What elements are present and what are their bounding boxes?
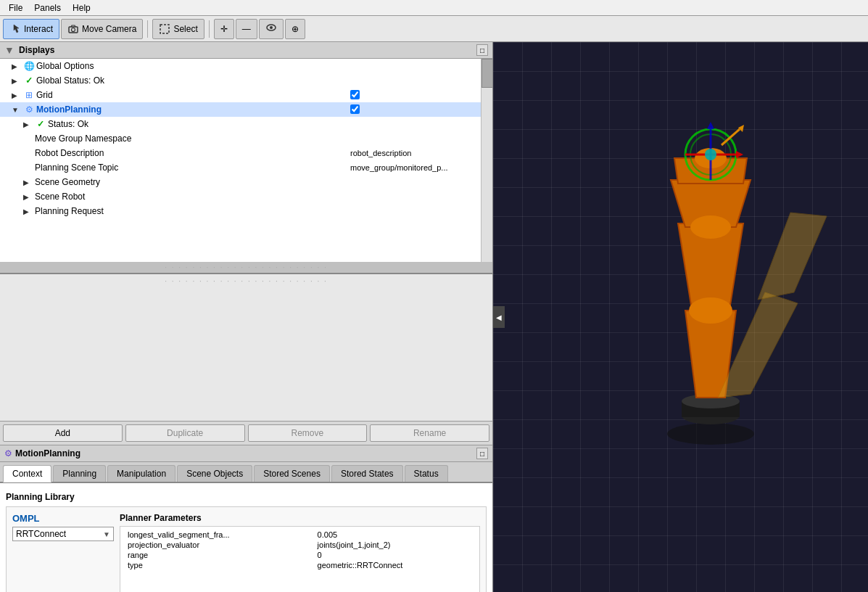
tabs-bar: Context Planning Manipulation Scene Obje…	[0, 462, 492, 483]
label: Status: Ok	[48, 119, 350, 129]
motion-planning-checkbox[interactable]	[350, 104, 360, 114]
displays-header: ▼ Displays □	[0, 42, 492, 59]
add-button[interactable]: Add	[3, 424, 123, 442]
ompl-label: OMPL	[12, 513, 114, 524]
robot-container	[537, 78, 841, 441]
tab-stored-scenes[interactable]: Stored Scenes	[254, 465, 330, 482]
tab-stored-states[interactable]: Stored States	[331, 465, 403, 482]
arrow: ▶	[23, 193, 35, 201]
label: Robot Description	[35, 148, 350, 158]
displays-tree: ▶ 🌐 Global Options ▶ ✓	[0, 59, 481, 262]
select-label: Select	[173, 24, 197, 34]
tree-item-global-status[interactable]: ▶ ✓ Global Status: Ok	[0, 73, 481, 88]
svg-point-1	[72, 28, 75, 31]
label: Grid	[36, 90, 350, 100]
select-button[interactable]: Select	[152, 19, 204, 39]
arrow: ▶	[23, 207, 35, 215]
move-camera-button[interactable]: Move Camera	[61, 19, 143, 39]
arrow: ▶	[12, 91, 23, 99]
value: robot_description	[350, 149, 481, 157]
viewport-panel[interactable]: ◀	[493, 42, 868, 592]
param-key-3: type	[125, 560, 315, 570]
params-box: longest_valid_segment_fra... 0.005 proje…	[120, 526, 480, 592]
dropdown-arrow: ▼	[103, 530, 110, 538]
extra-icon-button[interactable]: ⊕	[285, 19, 305, 39]
move-icon-button[interactable]: ✛	[214, 19, 234, 39]
param-row-1: projection_evaluator joints(joint_1,join…	[125, 540, 475, 550]
extra-divider: · · · · · · · · · · · · · · · · · · · · …	[0, 274, 492, 287]
extra-panel: · · · · · · · · · · · · · · · · · · · · …	[0, 274, 492, 422]
toolbar-separator	[147, 20, 148, 38]
tree-item-status[interactable]: ▶ ✓ Status: Ok	[0, 117, 481, 131]
menu-panels[interactable]: Panels	[28, 1, 67, 15]
menu-help[interactable]: Help	[67, 1, 96, 15]
arrow	[23, 135, 35, 143]
tree-item-scene-robot[interactable]: ▶ Scene Robot	[0, 189, 481, 204]
remove-button[interactable]: Remove	[248, 424, 368, 442]
value	[350, 90, 481, 101]
motion-panel-icon: ⚙	[4, 448, 12, 459]
menu-bar: File Panels Help	[0, 0, 868, 16]
divider-dots: · · · · · · · · · · · · · · · · · · · · …	[0, 262, 492, 273]
param-row-3: type geometric::RRTConnect	[125, 560, 475, 570]
collapse-viewport-btn[interactable]: ◀	[493, 306, 505, 328]
svg-point-5	[667, 423, 754, 445]
arrow: ▼	[12, 106, 23, 114]
interact-button[interactable]: Interact	[3, 19, 59, 39]
grid-icon: ⊞	[23, 89, 35, 101]
motion-icon: ⚙	[23, 104, 35, 115]
tree-item-global-options[interactable]: ▶ 🌐 Global Options	[0, 59, 481, 73]
eye-icon-button[interactable]	[259, 19, 284, 39]
motion-panel-title: MotionPlanning	[15, 448, 80, 459]
tree-item-motion-planning[interactable]: ▼ ⚙ MotionPlanning	[0, 102, 481, 117]
label: Move Group Namespace	[35, 133, 350, 144]
value: move_group/monitored_p...	[350, 163, 481, 172]
move-camera-label: Move Camera	[82, 24, 136, 34]
select-icon	[159, 23, 170, 35]
checkmark-icon: ✓	[23, 75, 35, 86]
label: Planning Scene Topic	[35, 163, 350, 173]
tab-planning[interactable]: Planning	[53, 465, 106, 482]
planner-dropdown[interactable]: RRTConnect ▼	[12, 527, 114, 541]
menu-file[interactable]: File	[3, 1, 28, 15]
tree-item-planning-scene-topic[interactable]: Planning Scene Topic move_group/monitore…	[0, 160, 481, 175]
displays-scrollbar[interactable]	[481, 59, 492, 262]
planner-params: Planner Parameters longest_valid_segment…	[120, 513, 480, 592]
move-icon: ✛	[220, 24, 228, 34]
motion-panel: ⚙ MotionPlanning □ Context Planning Mani…	[0, 445, 492, 592]
displays-collapse-arrow[interactable]: ▼	[4, 44, 16, 56]
param-row-2: range 0	[125, 550, 475, 560]
rename-button[interactable]: Rename	[370, 424, 489, 442]
tab-scene-objects[interactable]: Scene Objects	[177, 465, 252, 482]
svg-point-15	[690, 215, 731, 239]
tab-status[interactable]: Status	[405, 465, 448, 482]
toolbar: Interact Move Camera Select ✛ —	[0, 16, 868, 42]
interact-label: Interact	[24, 24, 53, 34]
tree-item-grid[interactable]: ▶ ⊞ Grid	[0, 88, 481, 102]
planner-params-label: Planner Parameters	[120, 513, 480, 523]
grid-checkbox[interactable]	[350, 90, 360, 99]
value	[350, 104, 481, 115]
tree-item-robot-desc[interactable]: Robot Description robot_description	[0, 146, 481, 160]
displays-box-btn[interactable]: □	[476, 44, 488, 56]
tab-manipulation[interactable]: Manipulation	[107, 465, 175, 482]
duplicate-button[interactable]: Duplicate	[125, 424, 245, 442]
arrow: ▶	[12, 77, 23, 85]
label: Planning Request	[35, 206, 350, 216]
svg-marker-13	[758, 213, 827, 300]
motion-panel-box-btn[interactable]: □	[476, 448, 488, 459]
param-key-1: projection_evaluator	[125, 540, 315, 550]
tree-item-scene-geometry[interactable]: ▶ Scene Geometry	[0, 175, 481, 189]
line-icon-button[interactable]: —	[236, 19, 257, 39]
svg-marker-23	[707, 122, 714, 129]
param-val-2: 0	[315, 550, 475, 560]
planning-library-label: Planning Library	[6, 492, 487, 502]
robot-svg	[537, 78, 863, 456]
param-val-3: geometric::RRTConnect	[315, 560, 475, 570]
tree-item-planning-request[interactable]: ▶ Planning Request	[0, 204, 481, 218]
tab-context[interactable]: Context	[3, 465, 51, 482]
label: Global Status: Ok	[36, 75, 350, 86]
line-icon: —	[242, 24, 251, 34]
param-val-0: 0.005	[315, 530, 475, 540]
tree-item-move-group-ns[interactable]: Move Group Namespace	[0, 131, 481, 146]
